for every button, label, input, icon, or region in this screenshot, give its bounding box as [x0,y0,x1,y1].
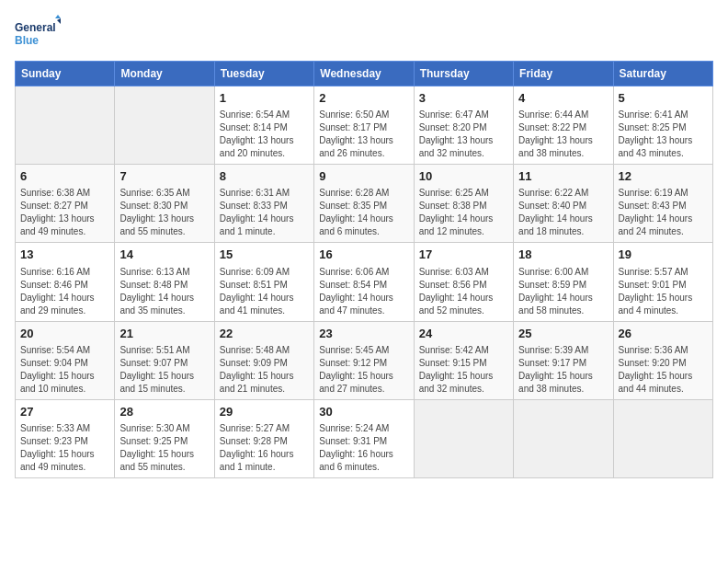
day-number: 11 [518,168,608,185]
day-info: Sunrise: 5:42 AMSunset: 9:15 PMDaylight:… [419,344,508,396]
day-number: 3 [419,90,508,107]
weekday-header-sunday: Sunday [16,62,115,86]
day-info: Sunrise: 6:38 AMSunset: 8:27 PMDaylight:… [20,187,109,238]
day-number: 18 [518,247,608,263]
day-number: 6 [20,168,109,185]
svg-text:Blue: Blue [15,34,39,47]
day-info: Sunrise: 6:54 AMSunset: 8:14 PMDaylight:… [220,109,309,160]
day-info: Sunrise: 6:35 AMSunset: 8:30 PMDaylight:… [119,187,209,238]
day-number: 14 [119,247,209,263]
day-cell: 4Sunrise: 6:44 AMSunset: 8:22 PMDaylight… [514,86,613,165]
day-number: 19 [619,247,708,263]
day-info: Sunrise: 6:09 AMSunset: 8:51 PMDaylight:… [220,266,309,317]
day-number: 25 [518,326,608,342]
day-number: 26 [619,326,708,342]
day-info: Sunrise: 6:16 AMSunset: 8:46 PMDaylight:… [20,266,109,317]
day-number: 28 [119,404,209,420]
day-cell: 1Sunrise: 6:54 AMSunset: 8:14 PMDaylight… [214,86,313,165]
day-cell: 26Sunrise: 5:36 AMSunset: 9:20 PMDayligh… [613,321,712,399]
day-number: 4 [518,90,608,107]
week-row-4: 20Sunrise: 5:54 AMSunset: 9:04 PMDayligh… [16,321,713,399]
day-cell: 8Sunrise: 6:31 AMSunset: 8:33 PMDaylight… [214,165,313,243]
day-number: 5 [619,90,708,107]
svg-text:General: General [15,21,56,34]
day-info: Sunrise: 6:06 AMSunset: 8:54 PMDaylight:… [319,266,408,317]
day-number: 21 [119,326,209,342]
day-number: 8 [220,168,309,185]
day-info: Sunrise: 5:45 AMSunset: 9:12 PMDaylight:… [319,344,408,396]
day-number: 9 [319,168,408,185]
week-row-1: 1Sunrise: 6:54 AMSunset: 8:14 PMDaylight… [16,86,713,165]
day-info: Sunrise: 5:48 AMSunset: 9:09 PMDaylight:… [220,344,309,396]
day-cell: 25Sunrise: 5:39 AMSunset: 9:17 PMDayligh… [514,321,613,399]
day-cell: 28Sunrise: 5:30 AMSunset: 9:25 PMDayligh… [115,399,214,477]
day-cell: 12Sunrise: 6:19 AMSunset: 8:43 PMDayligh… [613,165,712,243]
day-info: Sunrise: 5:51 AMSunset: 9:07 PMDaylight:… [119,344,209,396]
day-info: Sunrise: 6:25 AMSunset: 8:38 PMDaylight:… [419,187,508,238]
day-cell [613,399,712,477]
svg-marker-3 [57,18,61,24]
day-info: Sunrise: 5:27 AMSunset: 9:28 PMDaylight:… [220,422,309,474]
day-number: 16 [319,247,408,263]
day-cell: 2Sunrise: 6:50 AMSunset: 8:17 PMDaylight… [314,86,414,165]
day-cell: 11Sunrise: 6:22 AMSunset: 8:40 PMDayligh… [514,165,613,243]
day-cell [514,399,613,477]
day-info: Sunrise: 5:30 AMSunset: 9:25 PMDaylight:… [119,422,209,474]
day-number: 30 [319,404,408,420]
day-cell: 29Sunrise: 5:27 AMSunset: 9:28 PMDayligh… [214,399,313,477]
day-cell: 13Sunrise: 6:16 AMSunset: 8:46 PMDayligh… [16,243,115,321]
day-cell [414,399,513,477]
day-number: 17 [419,247,508,263]
day-number: 10 [419,168,508,185]
day-cell: 3Sunrise: 6:47 AMSunset: 8:20 PMDaylight… [414,86,513,165]
day-cell [16,86,115,165]
day-number: 29 [220,404,309,420]
day-info: Sunrise: 6:28 AMSunset: 8:35 PMDaylight:… [319,187,408,238]
day-cell: 24Sunrise: 5:42 AMSunset: 9:15 PMDayligh… [414,321,513,399]
day-info: Sunrise: 6:13 AMSunset: 8:48 PMDaylight:… [119,266,209,317]
header: General Blue [15,15,713,52]
day-info: Sunrise: 6:47 AMSunset: 8:20 PMDaylight:… [419,109,508,160]
weekday-header-row: SundayMondayTuesdayWednesdayThursdayFrid… [16,62,713,86]
logo: General Blue [15,15,61,52]
day-info: Sunrise: 6:22 AMSunset: 8:40 PMDaylight:… [518,187,608,238]
day-info: Sunrise: 6:50 AMSunset: 8:17 PMDaylight:… [319,109,408,160]
weekday-header-saturday: Saturday [613,62,712,86]
svg-marker-2 [55,15,61,18]
day-cell [115,86,214,165]
day-number: 13 [20,247,109,263]
day-number: 7 [119,168,209,185]
day-info: Sunrise: 5:24 AMSunset: 9:31 PMDaylight:… [319,422,408,474]
day-cell: 20Sunrise: 5:54 AMSunset: 9:04 PMDayligh… [16,321,115,399]
day-cell: 22Sunrise: 5:48 AMSunset: 9:09 PMDayligh… [214,321,313,399]
day-number: 27 [20,404,109,420]
day-cell: 6Sunrise: 6:38 AMSunset: 8:27 PMDaylight… [16,165,115,243]
day-info: Sunrise: 6:41 AMSunset: 8:25 PMDaylight:… [619,109,708,160]
day-cell: 21Sunrise: 5:51 AMSunset: 9:07 PMDayligh… [115,321,214,399]
day-info: Sunrise: 5:39 AMSunset: 9:17 PMDaylight:… [518,344,608,396]
day-cell: 10Sunrise: 6:25 AMSunset: 8:38 PMDayligh… [414,165,513,243]
day-info: Sunrise: 6:00 AMSunset: 8:59 PMDaylight:… [518,266,608,317]
day-cell: 14Sunrise: 6:13 AMSunset: 8:48 PMDayligh… [115,243,214,321]
weekday-header-monday: Monday [115,62,214,86]
day-info: Sunrise: 5:54 AMSunset: 9:04 PMDaylight:… [20,344,109,396]
day-cell: 17Sunrise: 6:03 AMSunset: 8:56 PMDayligh… [414,243,513,321]
day-cell: 19Sunrise: 5:57 AMSunset: 9:01 PMDayligh… [613,243,712,321]
day-number: 20 [20,326,109,342]
weekday-header-tuesday: Tuesday [214,62,313,86]
weekday-header-friday: Friday [514,62,613,86]
weekday-header-wednesday: Wednesday [314,62,414,86]
day-cell: 5Sunrise: 6:41 AMSunset: 8:25 PMDaylight… [613,86,712,165]
day-info: Sunrise: 6:03 AMSunset: 8:56 PMDaylight:… [419,266,508,317]
logo-svg: General Blue [15,15,61,52]
day-number: 23 [319,326,408,342]
day-cell: 18Sunrise: 6:00 AMSunset: 8:59 PMDayligh… [514,243,613,321]
day-cell: 7Sunrise: 6:35 AMSunset: 8:30 PMDaylight… [115,165,214,243]
day-cell: 30Sunrise: 5:24 AMSunset: 9:31 PMDayligh… [314,399,414,477]
day-info: Sunrise: 5:36 AMSunset: 9:20 PMDaylight:… [619,344,708,396]
day-number: 2 [319,90,408,107]
day-info: Sunrise: 6:31 AMSunset: 8:33 PMDaylight:… [220,187,309,238]
day-number: 15 [220,247,309,263]
day-number: 1 [220,90,309,107]
day-number: 24 [419,326,508,342]
